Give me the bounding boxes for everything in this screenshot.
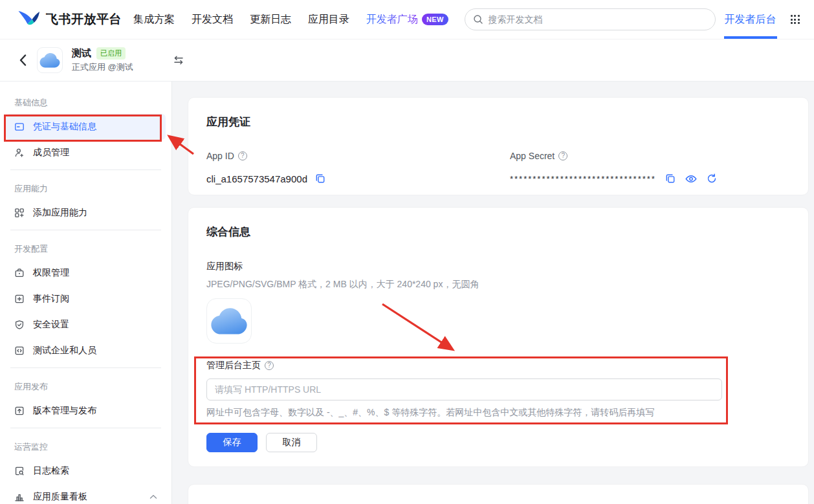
- app-ability-grid-icon: [14, 208, 25, 218]
- sidebar-item-version[interactable]: 版本管理与发布: [6, 398, 166, 424]
- help-icon[interactable]: ?: [558, 151, 567, 160]
- app-icon-hint: JPEG/PNG/SVG/BMP 格式，2 MB 以内，大于 240*240 p…: [206, 278, 790, 290]
- sidebar-item-events[interactable]: 事件订阅: [6, 286, 166, 312]
- sidebar-item-label: 安全设置: [33, 319, 69, 331]
- help-icon[interactable]: ?: [238, 151, 247, 160]
- event-subscribe-icon: [14, 294, 25, 304]
- app-icon-preview[interactable]: [206, 298, 252, 344]
- sidebar-section-ops: 运营监控: [0, 441, 171, 453]
- credentials-title: 应用凭证: [206, 115, 790, 130]
- copy-icon[interactable]: [665, 173, 676, 184]
- app-id-block: App ID ? cli_a1657573547a900d: [206, 149, 510, 186]
- bar-chart-icon: [14, 492, 25, 502]
- sidebar-item-label: 成员管理: [33, 147, 69, 159]
- sidebar-item-quality[interactable]: 应用质量看板: [6, 484, 166, 504]
- developer-console-tab[interactable]: 开发者后台: [725, 0, 776, 39]
- app-name: 测试: [72, 47, 91, 60]
- sidebar-divider: [10, 367, 161, 368]
- sidebar-item-label: 测试企业和人员: [33, 345, 96, 356]
- log-search-icon: [14, 466, 25, 476]
- app-icon-label: 应用图标: [206, 259, 790, 272]
- credential-card-icon: [14, 122, 25, 132]
- homepage-label: 管理后台主页: [206, 360, 261, 371]
- general-info-card: 综合信息 应用图标 JPEG/PNG/SVG/BMP 格式，2 MB 以内，大于…: [188, 207, 809, 467]
- sidebar-divider: [10, 230, 161, 230]
- nav-app-directory[interactable]: 应用目录: [308, 0, 349, 39]
- general-info-title: 综合信息: [206, 225, 790, 240]
- sidebar-item-label: 凭证与基础信息: [33, 121, 96, 133]
- app-secret-block: App Secret ? ***************************…: [510, 149, 790, 186]
- app-meta: 测试 已启用 正式应用 @测试: [72, 47, 133, 73]
- doc-search-box[interactable]: [465, 8, 716, 30]
- nav-integration[interactable]: 集成方案: [133, 0, 175, 39]
- nav-docs[interactable]: 开发文档: [192, 0, 233, 39]
- sidebar-item-label: 添加应用能力: [33, 207, 87, 219]
- app-secret-masked-value: ********************************: [510, 174, 656, 184]
- app-id-label: App ID: [206, 151, 234, 161]
- sidebar-item-label: 日志检索: [33, 465, 69, 477]
- member-add-icon: [14, 148, 25, 158]
- save-button[interactable]: 保存: [206, 433, 258, 452]
- app-subtitle: 正式应用 @测试: [72, 61, 133, 73]
- next-card-partial: [188, 484, 809, 504]
- nav-developer-market-label: 开发者广场: [366, 13, 418, 27]
- apps-grid-icon[interactable]: [791, 15, 800, 24]
- refresh-icon[interactable]: [707, 173, 717, 184]
- publish-up-arrow-icon: [14, 406, 25, 416]
- cancel-button[interactable]: 取消: [266, 433, 317, 452]
- sidebar-item-permissions[interactable]: 权限管理: [6, 260, 166, 286]
- sidebar: 基础信息 凭证与基础信息 成员管理 应用能力 添加应用能力: [0, 82, 172, 504]
- sidebar-section-release: 应用发布: [0, 381, 171, 393]
- eye-icon[interactable]: [685, 175, 697, 183]
- back-chevron-icon[interactable]: [19, 54, 27, 66]
- homepage-url-input[interactable]: [206, 378, 722, 400]
- logo-text: 飞书开放平台: [46, 11, 122, 28]
- chevron-up-icon[interactable]: [149, 494, 157, 499]
- nav-changelog[interactable]: 更新日志: [250, 0, 291, 39]
- sidebar-divider: [10, 170, 161, 170]
- sidebar-item-label: 应用质量看板: [33, 491, 87, 503]
- sidebar-divider: [10, 428, 161, 428]
- shield-check-icon: [14, 320, 25, 330]
- app-id-value: cli_a1657573547a900d: [206, 173, 307, 184]
- feishu-logo-icon: [18, 10, 39, 28]
- sidebar-item-logs[interactable]: 日志检索: [6, 458, 166, 484]
- sidebar-section-basic: 基础信息: [0, 97, 171, 109]
- sidebar-item-members[interactable]: 成员管理: [6, 140, 166, 166]
- help-icon[interactable]: ?: [265, 361, 274, 370]
- sidebar-item-label: 权限管理: [33, 267, 69, 279]
- sidebar-item-security[interactable]: 安全设置: [6, 312, 166, 338]
- permission-lock-icon: [14, 268, 25, 278]
- app-header-bar: 测试 已启用 正式应用 @测试: [0, 39, 814, 82]
- sidebar-item-label: 版本管理与发布: [33, 405, 96, 417]
- search-icon: [473, 14, 483, 25]
- new-badge: NEW: [422, 14, 448, 25]
- top-header: 飞书开放平台 集成方案 开发文档 更新日志 应用目录 开发者广场 NEW 开发者…: [0, 0, 814, 39]
- sidebar-item-test-org[interactable]: 测试企业和人员: [6, 338, 166, 364]
- code-brackets-icon: [14, 345, 25, 356]
- search-input[interactable]: [489, 14, 707, 25]
- sidebar-item-label: 事件订阅: [33, 293, 69, 305]
- main-content: 应用凭证 App ID ? cli_a1657573547a900d: [172, 82, 814, 504]
- sidebar-section-ability: 应用能力: [0, 183, 171, 195]
- sidebar-item-credentials[interactable]: 凭证与基础信息: [6, 114, 166, 140]
- copy-icon[interactable]: [315, 173, 325, 184]
- nav-developer-market[interactable]: 开发者广场 NEW: [366, 0, 448, 39]
- app-secret-label: App Secret: [510, 151, 555, 161]
- feishu-logo[interactable]: 飞书开放平台: [18, 10, 122, 28]
- sidebar-section-dev: 开发配置: [0, 243, 171, 255]
- status-badge: 已启用: [96, 47, 126, 60]
- switch-app-icon[interactable]: [172, 56, 185, 65]
- homepage-hint: 网址中可包含字母、数字以及 -、_、#、%、$ 等特殊字符。若网址中包含中文或其…: [206, 406, 790, 419]
- sidebar-item-add-ability[interactable]: 添加应用能力: [6, 200, 166, 226]
- top-nav: 集成方案 开发文档 更新日志 应用目录 开发者广场 NEW: [133, 0, 448, 39]
- credentials-card: 应用凭证 App ID ? cli_a1657573547a900d: [188, 97, 809, 195]
- app-avatar: [37, 47, 63, 73]
